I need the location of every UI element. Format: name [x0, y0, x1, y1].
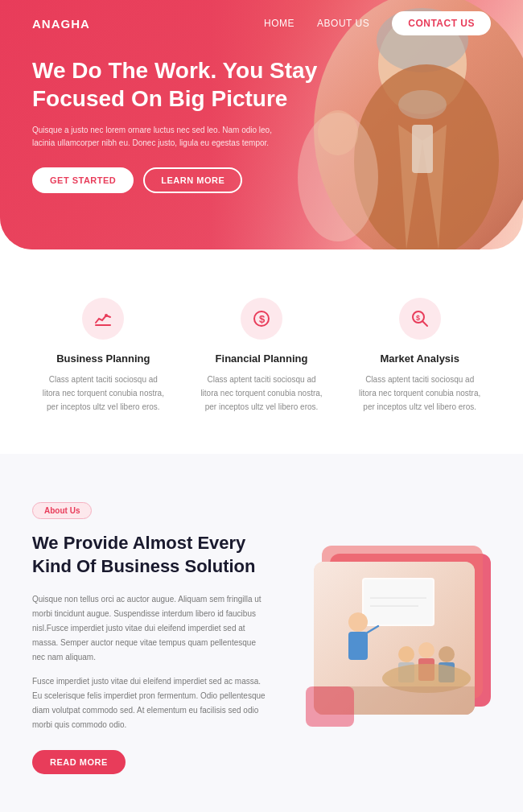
market-analysis-icon: $	[399, 298, 441, 340]
about-text-2: Fusce imperdiet justo vitae dui eleifend…	[32, 674, 266, 732]
learn-more-button[interactable]: LEARN MORE	[143, 167, 242, 193]
svg-rect-22	[348, 632, 368, 660]
money-svg: $	[252, 309, 271, 328]
site-logo: ANAGHA	[32, 17, 90, 31]
hero-buttons: GET STARTED LEARN MORE	[32, 167, 322, 193]
service-card-business: Business Planning Class aptent taciti so…	[32, 298, 175, 414]
read-more-button[interactable]: READ MORE	[32, 750, 126, 774]
nav-about[interactable]: ABOUT US	[317, 18, 369, 29]
services-section: Business Planning Class aptent taciti so…	[0, 249, 523, 454]
business-planning-title: Business Planning	[40, 352, 167, 365]
chart-svg	[93, 309, 113, 328]
svg-point-7	[398, 90, 447, 119]
navbar: ANAGHA HOME ABOUT US CONTACT US	[0, 0, 523, 47]
hero-title: We Do The Work. You Stay Focused On Big …	[32, 56, 322, 113]
about-text-1: Quisque non tellus orci ac auctor augue.…	[32, 592, 266, 665]
market-analysis-desc: Class aptent taciti sociosqu ad litora n…	[356, 373, 483, 414]
service-card-market: $ Market Analysis Class aptent taciti so…	[348, 298, 491, 414]
svg-line-14	[422, 321, 427, 326]
business-planning-icon	[82, 298, 124, 340]
market-analysis-title: Market Analysis	[356, 352, 483, 365]
svg-rect-18	[364, 579, 433, 624]
search-svg: $	[410, 309, 430, 328]
svg-point-10	[105, 314, 108, 317]
financial-planning-icon: $	[241, 298, 282, 340]
svg-text:$: $	[259, 313, 266, 325]
about-image-accent	[306, 686, 354, 727]
svg-point-21	[348, 612, 368, 632]
svg-point-9	[318, 110, 358, 155]
nav-links: HOME ABOUT US CONTACT US	[264, 11, 491, 35]
nav-home[interactable]: HOME	[264, 18, 294, 29]
about-image-area	[298, 546, 491, 731]
about-title: We Provide Almost Every Kind Of Business…	[32, 532, 266, 578]
about-badge: About Us	[32, 502, 92, 519]
about-section: About Us We Provide Almost Every Kind Of…	[0, 454, 523, 812]
hero-subtitle: Quisque a justo nec lorem ornare luctus …	[32, 124, 282, 150]
financial-planning-desc: Class aptent taciti sociosqu ad litora n…	[199, 373, 325, 414]
svg-rect-6	[412, 125, 433, 173]
service-card-financial: $ Financial Planning Class aptent taciti…	[191, 298, 333, 414]
svg-point-26	[439, 646, 455, 662]
about-content: About Us We Provide Almost Every Kind Of…	[32, 502, 266, 774]
svg-text:$: $	[416, 314, 420, 322]
financial-planning-title: Financial Planning	[199, 352, 325, 365]
business-planning-desc: Class aptent taciti sociosqu ad litora n…	[40, 373, 167, 414]
svg-point-28	[398, 646, 414, 662]
get-started-button[interactable]: GET STARTED	[32, 167, 134, 193]
services-grid: Business Planning Class aptent taciti so…	[32, 298, 491, 414]
hero-content: We Do The Work. You Stay Focused On Big …	[32, 56, 322, 193]
nav-contact-button[interactable]: CONTACT US	[392, 11, 491, 35]
svg-point-24	[418, 642, 434, 658]
